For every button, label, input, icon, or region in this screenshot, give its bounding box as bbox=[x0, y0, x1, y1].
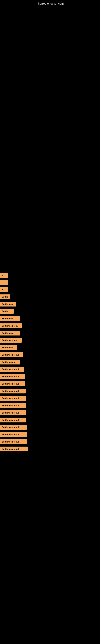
bottleneck-result-badge[interactable]: B bbox=[0, 273, 8, 278]
result-item: Bottleneck r bbox=[0, 315, 100, 322]
result-item: Bottlen bbox=[0, 308, 100, 315]
result-item: Bottleneck result bbox=[0, 373, 100, 380]
bottleneck-result-badge[interactable]: Bottleneck res bbox=[0, 338, 22, 343]
result-item: I bbox=[0, 279, 100, 286]
bottleneck-result-badge[interactable]: Bottleneck bbox=[0, 345, 17, 350]
bottleneck-result-badge[interactable]: Bottleneck re bbox=[0, 360, 20, 364]
result-item: Bottleneck resul bbox=[0, 351, 100, 358]
site-title: TheBottlenecker.com bbox=[0, 0, 100, 6]
bottleneck-result-badge[interactable]: Bottleneck result bbox=[0, 439, 27, 444]
result-item: Bottleneck result bbox=[0, 395, 100, 402]
result-item: Bottleneck result bbox=[0, 438, 100, 445]
bottleneck-result-badge[interactable]: Bottle bbox=[0, 294, 10, 299]
bottleneck-result-badge[interactable]: Bottleneck result bbox=[0, 403, 26, 408]
bottleneck-result-badge[interactable]: Bottleneck bbox=[0, 302, 16, 306]
bottleneck-result-badge[interactable]: Bottleneck result bbox=[0, 410, 26, 415]
bottleneck-result-badge[interactable]: Bottleneck result bbox=[0, 374, 25, 379]
result-item: Bottleneck r bbox=[0, 330, 100, 337]
result-item: Bottleneck result bbox=[0, 402, 100, 409]
bottleneck-result-badge[interactable]: Bottleneck result bbox=[0, 367, 24, 372]
result-item: Bottleneck result bbox=[0, 431, 100, 438]
bottleneck-result-badge[interactable]: Bottleneck result bbox=[0, 432, 27, 437]
bottleneck-result-badge[interactable]: Bottleneck result bbox=[0, 418, 26, 422]
bottleneck-result-badge[interactable]: B bbox=[0, 288, 8, 292]
bottleneck-result-badge[interactable]: Bottlen bbox=[0, 309, 14, 314]
result-item: Bottleneck resu bbox=[0, 322, 100, 330]
bottleneck-result-badge[interactable]: Bottleneck result bbox=[0, 381, 25, 386]
result-item: Bottleneck res bbox=[0, 337, 100, 344]
bottleneck-result-badge[interactable]: Bottleneck result bbox=[0, 425, 27, 430]
bottleneck-result-badge[interactable]: Bottleneck r bbox=[0, 316, 20, 321]
result-item: Bottleneck result bbox=[0, 416, 100, 424]
result-item: Bottleneck result bbox=[0, 445, 100, 452]
site-header: TheBottlenecker.com bbox=[0, 0, 100, 6]
result-item: Bottleneck result bbox=[0, 380, 100, 388]
bottleneck-result-badge[interactable]: Bottleneck resu bbox=[0, 324, 22, 328]
bottleneck-result-badge[interactable]: Bottleneck result bbox=[0, 396, 26, 401]
bottleneck-result-badge[interactable]: I bbox=[0, 280, 8, 285]
bottleneck-result-badge[interactable]: Bottleneck result bbox=[0, 446, 28, 452]
result-item: B bbox=[0, 272, 100, 279]
result-item: Bottleneck result bbox=[0, 409, 100, 416]
result-item: Bottleneck re bbox=[0, 358, 100, 366]
result-item: B bbox=[0, 286, 100, 293]
result-item: Bottle bbox=[0, 293, 100, 300]
results-container: BIBBottleBottleneckBottlenBottleneck rBo… bbox=[0, 6, 100, 452]
bottleneck-result-badge[interactable]: Bottleneck resul bbox=[0, 352, 23, 357]
result-item: Bottleneck result bbox=[0, 424, 100, 431]
result-item: Bottleneck result bbox=[0, 366, 100, 373]
result-item: Bottleneck bbox=[0, 300, 100, 308]
result-item: Bottleneck result bbox=[0, 388, 100, 395]
bottleneck-result-badge[interactable]: Bottleneck result bbox=[0, 388, 26, 394]
result-item: Bottleneck bbox=[0, 344, 100, 351]
bottleneck-result-badge[interactable]: Bottleneck r bbox=[0, 331, 20, 336]
